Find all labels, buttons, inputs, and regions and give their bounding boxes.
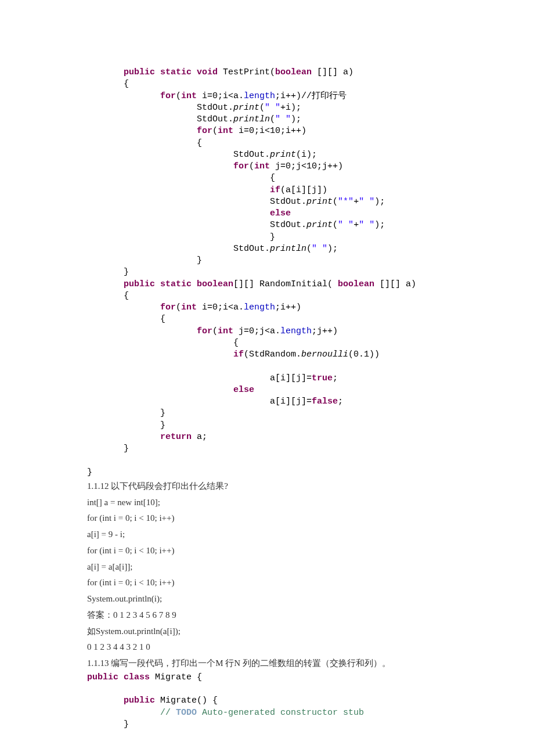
kw: true <box>312 373 333 383</box>
txt: [][] a) <box>312 67 353 77</box>
txt: } <box>160 408 165 418</box>
mth: print <box>306 220 333 230</box>
txt: a; <box>192 432 207 442</box>
str: " " <box>275 114 291 124</box>
kw: for <box>160 91 176 101</box>
txt: { <box>124 291 129 301</box>
kw: int <box>254 161 270 171</box>
kw: for <box>197 326 212 336</box>
txt: ( <box>270 114 275 124</box>
code-block-testprint: public static void TestPrint(boolean [][… <box>87 67 499 478</box>
code-line: System.out.println(i); <box>87 594 162 603</box>
txt: StdOut. <box>270 220 306 230</box>
str: "*" <box>338 197 353 207</box>
txt: ); <box>374 220 385 230</box>
kw: if <box>233 350 244 359</box>
kw: else <box>233 385 254 395</box>
kw: if <box>270 185 280 195</box>
txt: ); <box>374 197 385 207</box>
mth: print <box>270 150 296 160</box>
kw: boolean <box>338 279 374 289</box>
code-line: for (int i = 0; i < 10; i++) <box>87 513 175 523</box>
kw: for <box>197 126 212 136</box>
txt: } <box>160 420 165 430</box>
txt: ( <box>249 161 254 171</box>
kw: public static boolean <box>124 279 233 289</box>
txt: ;i++) <box>275 303 301 312</box>
txt: } <box>270 232 275 242</box>
txt: { <box>160 314 165 324</box>
txt: ; <box>333 373 338 383</box>
kw: for <box>160 303 176 312</box>
q-1-1-13: 1.1.13 编写一段代码，打印出一个M 行N 列的二维数组的转置（交换行和列）… <box>87 658 391 668</box>
kw: int <box>218 126 233 136</box>
code-line: for (int i = 0; i < 10; i++) <box>87 546 175 555</box>
txt: j=0;j<a. <box>233 326 280 336</box>
str: " " <box>265 103 280 113</box>
code-line: for (int i = 0; i < 10; i++) <box>87 578 175 587</box>
txt: +i); <box>280 103 301 113</box>
txt: ; <box>338 397 343 406</box>
txt: j=0;j<10;j++) <box>270 161 343 171</box>
fld: length <box>280 326 312 336</box>
txt: (0.1)) <box>348 350 380 359</box>
kw: int <box>181 303 197 312</box>
fld: length <box>244 91 275 101</box>
txt: i=0;i<10;i++) <box>233 126 306 136</box>
txt: } <box>197 255 202 265</box>
code-line: int[] a = new int[10]; <box>87 498 160 507</box>
txt: ;i++)//打印行号 <box>275 91 347 101</box>
txt: { <box>197 138 202 148</box>
txt: + <box>353 220 359 230</box>
answer: 0 1 2 3 4 4 3 2 1 0 <box>87 642 150 651</box>
str: " " <box>359 197 374 207</box>
txt: StdOut. <box>233 150 270 160</box>
kw: int <box>181 91 197 101</box>
txt: i=0;i<a. <box>197 303 244 312</box>
fld: length <box>244 303 275 312</box>
txt: StdOut. <box>233 244 270 254</box>
prose-block: 1.1.12 以下代码段会打印出什么结果? int[] a = new int[… <box>87 478 499 672</box>
kw: public <box>124 696 155 705</box>
mth: bernoulli <box>301 350 348 359</box>
txt: Migrate() { <box>155 696 218 705</box>
kw: return <box>160 432 192 442</box>
str: " " <box>338 220 353 230</box>
code-line: a[i] = a[a[i]]; <box>87 562 132 571</box>
code-line: a[i] = 9 - i; <box>87 530 125 539</box>
txt: ( <box>212 126 218 136</box>
txt: (i); <box>296 150 317 160</box>
cmt: Auto-generated constructor stub <box>197 708 364 718</box>
kw: int <box>218 326 233 336</box>
todo-tag: TODO <box>176 708 197 718</box>
txt: Migrate { <box>150 672 202 682</box>
cmt: // <box>160 708 176 718</box>
kw: else <box>270 208 291 218</box>
txt: { <box>233 338 239 348</box>
txt: ( <box>212 326 218 336</box>
txt: } <box>124 444 129 453</box>
txt: a[i][j]= <box>270 373 312 383</box>
txt: ( <box>176 91 181 101</box>
txt: } <box>87 467 92 477</box>
txt: ); <box>291 114 301 124</box>
kw: boolean <box>275 67 312 77</box>
txt: (a[i][j]) <box>280 185 327 195</box>
kw: for <box>233 161 249 171</box>
txt: StdOut. <box>197 103 233 113</box>
code-line: 如System.out.println(a[i]); <box>87 627 181 636</box>
mth: print <box>306 197 333 207</box>
str: " " <box>359 220 374 230</box>
kw: public static void <box>124 67 218 77</box>
txt: ( <box>333 220 338 230</box>
kw: false <box>312 397 338 406</box>
txt: StdOut. <box>270 197 306 207</box>
q-1-1-12: 1.1.12 以下代码段会打印出什么结果? <box>87 481 228 491</box>
answer: 答案：0 1 2 3 4 5 6 7 8 9 <box>87 610 176 620</box>
txt: a[i][j]= <box>270 397 312 406</box>
str: " " <box>312 244 327 254</box>
txt: { <box>270 173 275 183</box>
txt: { <box>124 79 129 89</box>
page: public static void TestPrint(boolean [][… <box>0 0 534 756</box>
txt: ( <box>333 197 338 207</box>
